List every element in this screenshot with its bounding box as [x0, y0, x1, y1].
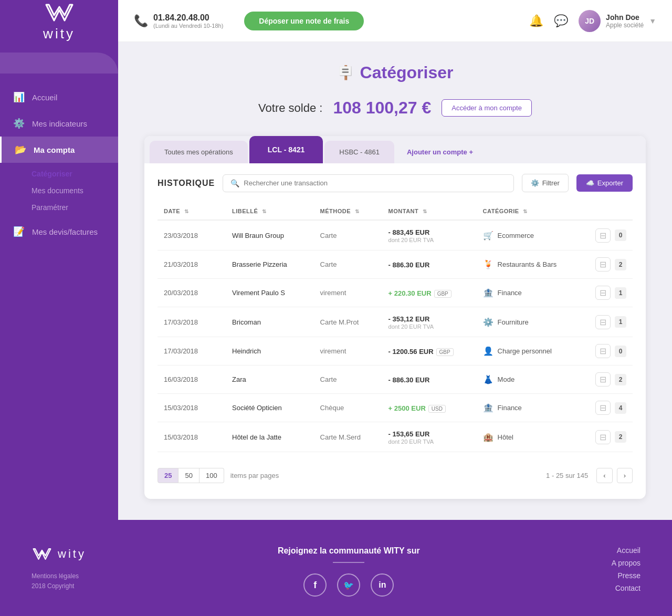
- cell-actions: ⊟ 2: [589, 422, 633, 452]
- cell-montant: - 1200.56 EURGBP: [382, 337, 477, 366]
- sort-libelle-icon: ⇅: [262, 208, 267, 214]
- sidebar-item-devis[interactable]: 📝 Mes devis/factures: [0, 218, 118, 245]
- header: 📞 01.84.20.48.00 (Lundi au Vendredi 10-1…: [118, 0, 672, 42]
- col-libelle[interactable]: LIBELLÉ ⇅: [226, 203, 314, 220]
- footer-link-presse[interactable]: Presse: [612, 571, 640, 580]
- export-button[interactable]: ☁️ Exporter: [576, 174, 633, 192]
- user-section: JD John Doe Apple société ▼: [579, 10, 656, 32]
- per-page-100[interactable]: 100: [200, 468, 224, 483]
- pagination-info: 1 - 25 sur 145: [546, 472, 588, 479]
- tabs-card: Toutes mes opérations LCL - 8421 HSBC - …: [144, 136, 646, 499]
- category-label: Fourniture: [498, 318, 529, 326]
- row-action-button[interactable]: ⊟: [595, 228, 611, 243]
- balance-label: Votre solde :: [258, 101, 322, 115]
- sidebar: 📊 Accueil ⚙️ Mes indicateurs 📂 Ma compta: [0, 42, 118, 520]
- row-action-button[interactable]: ⊟: [595, 257, 611, 272]
- category-label: Restaurants & Bars: [498, 260, 557, 268]
- row-action-button[interactable]: ⊟: [595, 401, 611, 415]
- cell-libelle: Zara: [226, 366, 314, 394]
- table-toolbar: HISTORIQUE 🔍 ⚙️ Filtrer ☁️ Exporter: [158, 174, 633, 192]
- sidebar-sub-item-categoriser[interactable]: Catégoriser: [32, 165, 118, 182]
- phone-number: 01.84.20.48.00: [153, 13, 223, 23]
- cell-categorie: 🏦 Finance: [477, 394, 589, 422]
- tab-all-operations[interactable]: Toutes mes opérations: [150, 141, 248, 163]
- sidebar-item-accueil[interactable]: 📊 Accueil: [0, 84, 118, 110]
- row-action-button[interactable]: ⊟: [595, 344, 611, 358]
- footer-community-text: Rejoignez la communauté WITY sur: [278, 546, 420, 556]
- category-icon: 👗: [483, 374, 494, 384]
- user-dropdown-chevron-icon[interactable]: ▼: [649, 17, 656, 25]
- row-count-badge: 2: [615, 374, 626, 385]
- notification-bell-icon[interactable]: 🔔: [529, 14, 543, 28]
- sidebar-item-indicateurs[interactable]: ⚙️ Mes indicateurs: [0, 110, 118, 137]
- cell-montant: - 886.30 EUR: [382, 250, 477, 279]
- cell-montant: - 153,65 EUR dont 20 EUR TVA: [382, 422, 477, 452]
- footer-link-accueil[interactable]: Accueil: [612, 546, 640, 555]
- cell-methode: Chèque: [314, 394, 382, 422]
- row-action-button[interactable]: ⊟: [595, 286, 611, 300]
- per-page-50[interactable]: 50: [178, 468, 199, 483]
- cell-actions: ⊟ 2: [589, 366, 633, 394]
- col-montant[interactable]: MONTANT ⇅: [382, 203, 477, 220]
- col-actions: [589, 203, 633, 220]
- social-facebook-button[interactable]: f: [303, 573, 327, 597]
- col-methode[interactable]: MÉTHODE ⇅: [314, 203, 382, 220]
- category-icon: 👤: [483, 346, 494, 356]
- sidebar-sub-item-parametrer[interactable]: Paramétrer: [32, 199, 118, 216]
- sidebar-item-compta[interactable]: 📂 Ma compta: [0, 137, 118, 163]
- sidebar-sub-item-documents[interactable]: Mes documents: [32, 182, 118, 199]
- pagination-right: 1 - 25 sur 145 ‹ ›: [546, 468, 633, 483]
- col-categorie[interactable]: CATÉGORIE ⇅: [477, 203, 589, 220]
- pagination-next-button[interactable]: ›: [617, 468, 633, 483]
- filter-button[interactable]: ⚙️ Filtrer: [522, 174, 569, 192]
- transactions-table: DATE ⇅ LIBELLÉ ⇅ MÉTHODE ⇅: [158, 203, 633, 452]
- row-count-badge: 0: [615, 346, 626, 357]
- filter-icon: ⚙️: [531, 179, 539, 187]
- cell-libelle: Will Braun Group: [226, 220, 314, 250]
- cell-libelle: Hôtel de la Jatte: [226, 422, 314, 452]
- tab-hsbc[interactable]: HSBC - 4861: [324, 141, 394, 163]
- footer-link-contact[interactable]: Contact: [612, 584, 640, 592]
- indicateurs-icon: ⚙️: [13, 118, 25, 129]
- pagination-prev-button[interactable]: ‹: [596, 468, 612, 483]
- footer-social: f 🐦 in: [278, 573, 420, 597]
- search-input[interactable]: [244, 179, 506, 187]
- tab-lcl[interactable]: LCL - 8421: [249, 136, 323, 163]
- row-action-button[interactable]: ⊟: [595, 372, 611, 387]
- col-date[interactable]: DATE ⇅: [158, 203, 226, 220]
- cell-montant: - 883,45 EUR dont 20 EUR TVA: [382, 220, 477, 250]
- footer-legal-link[interactable]: Mentions légales: [32, 572, 86, 580]
- cell-categorie: 👤 Charge personnel: [477, 337, 589, 366]
- social-twitter-button[interactable]: 🐦: [337, 573, 360, 597]
- search-box: 🔍: [223, 174, 513, 192]
- cell-date: 16/03/2018: [158, 366, 226, 394]
- tabs-header: Toutes mes opérations LCL - 8421 HSBC - …: [144, 136, 646, 163]
- cell-montant: - 353,12 EUR dont 20 EUR TVA: [382, 307, 477, 337]
- cell-actions: ⊟ 2: [589, 250, 633, 279]
- brand-name: wity: [43, 26, 75, 42]
- account-button[interactable]: Accéder à mon compte: [442, 99, 532, 117]
- category-label: Charge personnel: [498, 347, 552, 355]
- cell-montant: - 886.30 EUR: [382, 366, 477, 394]
- cell-libelle: Bricoman: [226, 307, 314, 337]
- accueil-icon: 📊: [13, 91, 25, 103]
- page-title-section: 🪧 Catégoriser: [144, 63, 646, 82]
- tab-add-account[interactable]: Ajouter un compte +: [398, 141, 481, 163]
- table-row: 20/03/2018 Virement Paulo S virement + 2…: [158, 279, 633, 307]
- cell-actions: ⊟ 1: [589, 279, 633, 307]
- row-action-button[interactable]: ⊟: [595, 430, 611, 444]
- footer-left: wity Mentions légales 2018 Copyright: [32, 546, 86, 590]
- category-icon: 🏨: [483, 432, 494, 442]
- per-page-25[interactable]: 25: [158, 468, 178, 483]
- search-icon: 🔍: [230, 179, 239, 187]
- footer-link-apropos[interactable]: A propos: [612, 559, 640, 567]
- accueil-label: Accueil: [32, 93, 57, 102]
- social-linkedin-button[interactable]: in: [371, 573, 394, 597]
- cell-categorie: ⚙️ Fourniture: [477, 307, 589, 337]
- deposit-button[interactable]: Déposer une note de frais: [244, 12, 364, 30]
- row-action-button[interactable]: ⊟: [595, 315, 611, 329]
- cell-libelle: Société Opticien: [226, 394, 314, 422]
- message-bubble-icon[interactable]: 💬: [554, 14, 568, 28]
- table-row: 23/03/2018 Will Braun Group Carte - 883,…: [158, 220, 633, 250]
- category-icon: ⚙️: [483, 317, 494, 327]
